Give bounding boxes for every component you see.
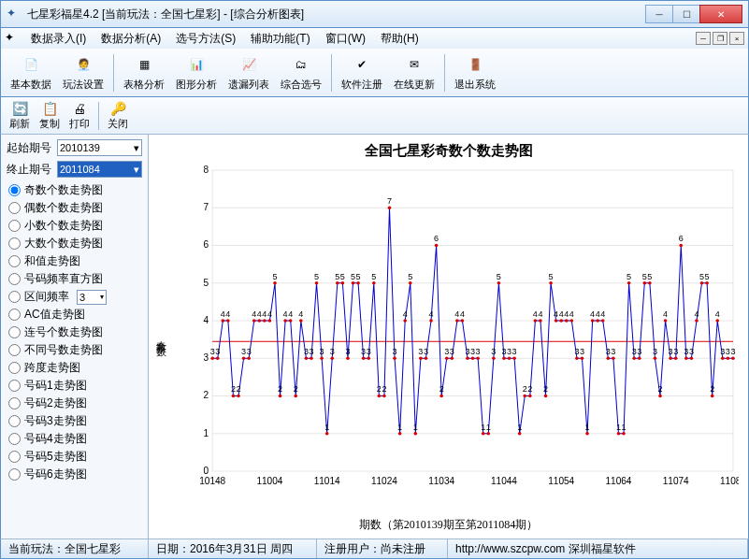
end-period-select[interactable]: 2011084▾ (57, 161, 142, 178)
svg-text:3: 3 (720, 347, 725, 356)
chart-option-radio[interactable] (8, 433, 21, 445)
svg-text:4: 4 (538, 309, 542, 319)
svg-point-75 (492, 356, 496, 360)
status-url: http://www.szcpw.com 深圳福星软件 (448, 539, 748, 558)
exit-icon: 🚪 (464, 53, 486, 76)
tb2-print[interactable]: 🖨打印 (65, 99, 94, 133)
chart-option-radio[interactable] (8, 309, 21, 321)
chart-option-13[interactable]: 号码3走势图 (7, 412, 142, 430)
tb-play-settings[interactable]: 🧑‍💼玩法设置 (57, 50, 109, 95)
svg-point-112 (684, 356, 688, 360)
svg-text:3: 3 (418, 347, 423, 356)
svg-text:3: 3 (465, 347, 469, 356)
svg-point-56 (393, 356, 396, 360)
minimize-button[interactable]: ─ (645, 5, 673, 23)
toolbar-sep (98, 102, 99, 130)
menu-help[interactable]: 帮助(H) (373, 29, 426, 49)
chart-option-8[interactable]: 连号个数走势图 (7, 323, 142, 341)
chart-option-radio[interactable] (8, 255, 21, 267)
mdi-close-button[interactable]: × (729, 32, 744, 45)
svg-text:1: 1 (397, 423, 402, 432)
chart-option-radio[interactable] (8, 273, 21, 285)
svg-text:3: 3 (330, 347, 335, 356)
chart-option-1[interactable]: 偶数个数走势图 (7, 199, 142, 217)
tb2-copy[interactable]: 📋复制 (35, 99, 65, 133)
chart-option-radio[interactable] (8, 468, 21, 481)
chart-option-6[interactable]: 区间频率3▾ (7, 288, 142, 306)
chart-option-radio[interactable] (8, 220, 21, 232)
svg-point-21 (210, 356, 214, 360)
svg-point-109 (669, 356, 672, 360)
chart-option-radio[interactable] (8, 344, 21, 356)
tb-register[interactable]: ✔软件注册 (336, 50, 388, 95)
chart-option-radio[interactable] (8, 237, 21, 250)
tb-table-analysis[interactable]: ▦表格分析 (118, 50, 170, 95)
tb-update[interactable]: ✉在线更新 (388, 50, 440, 95)
interval-spinner[interactable]: 3▾ (77, 290, 107, 305)
maximize-button[interactable]: ☐ (672, 5, 700, 23)
svg-text:1: 1 (486, 423, 491, 432)
mdi-minimize-button[interactable]: ─ (696, 32, 711, 45)
svg-point-70 (466, 356, 469, 360)
start-period-select[interactable]: 2010139▾ (57, 139, 142, 156)
chart-option-2[interactable]: 小数个数走势图 (7, 217, 142, 235)
tb-basic-data[interactable]: 📄基本数据 (5, 50, 57, 95)
tb2-refresh[interactable]: 🔄刷新 (5, 99, 35, 133)
tb-chart-analysis[interactable]: 📊图形分析 (170, 50, 223, 95)
chart-option-radio[interactable] (8, 362, 21, 374)
chart-option-0[interactable]: 奇数个数走势图 (7, 181, 142, 199)
svg-text:0: 0 (204, 466, 209, 476)
chart-option-radio[interactable] (8, 326, 21, 338)
chart-option-radio[interactable] (8, 291, 21, 303)
svg-point-85 (544, 395, 548, 398)
menu-data-entry[interactable]: 数据录入(I) (23, 29, 94, 49)
svg-text:3: 3 (476, 347, 481, 356)
chart-option-radio[interactable] (8, 184, 21, 196)
chart-option-10[interactable]: 跨度走势图 (7, 359, 142, 377)
svg-point-80 (518, 432, 522, 436)
svg-point-38 (299, 319, 303, 323)
menu-data-analysis[interactable]: 数据分析(A) (94, 29, 168, 49)
svg-point-53 (378, 395, 382, 398)
chart-option-16[interactable]: 号码6走势图 (7, 466, 142, 483)
chart-option-radio[interactable] (8, 380, 21, 392)
mdi-restore-button[interactable]: ❐ (713, 32, 727, 45)
svg-text:3: 3 (673, 347, 678, 356)
svg-point-60 (414, 432, 418, 436)
svg-point-42 (320, 356, 324, 360)
chart-option-12[interactable]: 号码2走势图 (7, 395, 142, 412)
chart-option-radio[interactable] (8, 415, 21, 427)
chart-option-radio[interactable] (8, 451, 21, 463)
svg-point-104 (642, 281, 646, 285)
chart-option-4[interactable]: 和值走势图 (7, 252, 142, 270)
svg-point-44 (330, 356, 334, 360)
menu-number-method[interactable]: 选号方法(S) (168, 29, 243, 49)
tb-miss-list[interactable]: 📈遗漏列表 (223, 50, 275, 95)
menu-aux[interactable]: 辅助功能(T) (243, 29, 317, 49)
chart-option-radio[interactable] (8, 202, 21, 214)
chart-option-14[interactable]: 号码4走势图 (7, 430, 142, 448)
chart-option-3[interactable]: 大数个数走势图 (7, 235, 142, 252)
svg-text:4: 4 (262, 309, 266, 319)
table-icon: ▦ (133, 53, 155, 76)
tb-comprehensive[interactable]: 🗂综合选号 (275, 50, 327, 95)
chart-option-9[interactable]: 不同号数走势图 (7, 341, 142, 359)
svg-text:5: 5 (204, 278, 209, 288)
chart-option-11[interactable]: 号码1走势图 (7, 377, 142, 395)
svg-text:5: 5 (340, 272, 345, 281)
chart-option-5[interactable]: 号码频率直方图 (7, 270, 142, 288)
svg-text:11054: 11054 (548, 476, 574, 486)
chart-option-7[interactable]: AC值走势图 (7, 306, 142, 323)
svg-text:3: 3 (210, 347, 215, 356)
chart-option-radio[interactable] (8, 397, 21, 409)
svg-text:6: 6 (204, 240, 209, 251)
svg-text:4: 4 (460, 309, 465, 319)
svg-text:3: 3 (726, 347, 730, 356)
svg-text:3: 3 (215, 347, 220, 356)
chart-option-15[interactable]: 号码5走势图 (7, 448, 142, 466)
tb2-close[interactable]: 🔑关闭 (103, 99, 133, 133)
menu-window[interactable]: 窗口(W) (318, 29, 373, 49)
tb-exit[interactable]: 🚪退出系统 (449, 50, 501, 95)
svg-text:3: 3 (501, 347, 506, 356)
close-button[interactable]: ✕ (699, 5, 742, 23)
